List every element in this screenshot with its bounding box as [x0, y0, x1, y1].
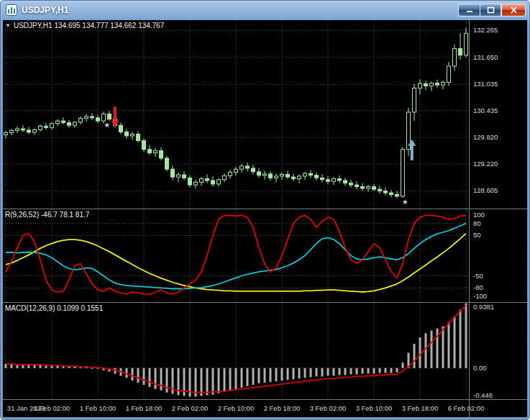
- time-axis-label: 1 Feb 02:00: [34, 404, 70, 412]
- window-controls: [458, 4, 526, 17]
- close-icon: [510, 6, 518, 14]
- maximize-button[interactable]: [480, 4, 501, 17]
- scale-label: 50: [473, 231, 481, 239]
- symbol-ohlc-label: ▼ USDJPY,H1 134.695 134.777 134.662 134.…: [5, 22, 164, 29]
- star-marker-icon[interactable]: ★: [104, 121, 111, 129]
- scale-label: 0.00: [473, 364, 487, 372]
- time-axis-label: 1 Feb 18:00: [126, 404, 163, 412]
- time-axis-label: 2 Feb 10:00: [218, 404, 255, 412]
- symbol-ohlc-text: USDJPY,H1 134.695 134.777 134.662 134.76…: [14, 22, 164, 29]
- chart-client-area: 132.265131.650131.035130.435129.820129.2…: [3, 20, 527, 417]
- application-window: USDJPY,H1 132.265131.650131.035130.43512…: [0, 0, 530, 420]
- time-axis-label: 2 Feb 02:00: [172, 404, 209, 412]
- time-axis-label: 3 Feb 02:00: [310, 404, 347, 412]
- oscillator-panel: 1008050-50-80-100 R(9,26,52) -46.7 78.1 …: [3, 209, 527, 302]
- time-axis[interactable]: 31 Jan 20231 Feb 02:001 Feb 10:001 Feb 1…: [3, 400, 527, 417]
- price-panel: 132.265131.650131.035130.435129.820129.2…: [3, 20, 527, 209]
- macd-panel-canvas[interactable]: 0.93810.00-0.446: [3, 303, 527, 399]
- title-bar[interactable]: USDJPY,H1: [0, 0, 530, 20]
- star-marker-icon[interactable]: ★: [402, 198, 408, 206]
- scale-label: -50: [473, 272, 483, 280]
- scale-label: 0.9381: [473, 303, 494, 311]
- time-axis-label: 3 Feb 18:00: [402, 404, 439, 412]
- scale-label: 130.435: [473, 106, 498, 114]
- grid-layer: [6, 20, 466, 209]
- arrow-down-marker-icon[interactable]: [111, 107, 119, 127]
- price-panel-canvas[interactable]: 132.265131.650131.035130.435129.820129.2…: [3, 20, 527, 209]
- app-icon: [6, 4, 17, 16]
- scale-label: -80: [473, 283, 483, 291]
- time-axis-label: 6 Feb 02:00: [448, 404, 485, 412]
- macd-label: MACD(12,26,9) 0.1099 0.1551: [5, 304, 103, 312]
- window-title: USDJPY,H1: [22, 5, 68, 15]
- scale-label: 131.035: [473, 80, 498, 88]
- oscillator-label: R(9,26,52) -46.7 78.1 81.7: [5, 211, 89, 219]
- minimize-icon: [466, 6, 473, 14]
- scale-label: 129.220: [473, 160, 498, 168]
- maximize-icon: [487, 6, 495, 14]
- minimize-button[interactable]: [458, 4, 480, 17]
- close-button[interactable]: [501, 4, 526, 17]
- histogram-layer: [5, 303, 467, 397]
- time-axis-label: 1 Feb 10:00: [80, 404, 116, 412]
- time-axis-canvas[interactable]: 31 Jan 20231 Feb 02:001 Feb 10:001 Feb 1…: [3, 400, 527, 417]
- symbol-dropdown-icon[interactable]: ▼: [5, 22, 11, 29]
- scale-label: 80: [473, 219, 481, 227]
- scale-label: -100: [473, 292, 487, 300]
- macd-panel: 0.93810.00-0.446 MACD(12,26,9) 0.1099 0.…: [3, 303, 527, 399]
- time-axis-label: 3 Feb 10:00: [356, 404, 393, 412]
- scale-label: 132.265: [473, 26, 498, 34]
- scale-label: -0.446: [473, 391, 493, 399]
- scale-label: 100: [473, 211, 485, 219]
- oscillator-panel-canvas[interactable]: 1008050-50-80-100: [3, 209, 527, 302]
- time-axis-label: 2 Feb 18:00: [264, 404, 301, 412]
- scale-label: 131.650: [473, 53, 498, 61]
- scale-label: 129.820: [473, 133, 498, 141]
- scale-label: 128.605: [473, 186, 498, 194]
